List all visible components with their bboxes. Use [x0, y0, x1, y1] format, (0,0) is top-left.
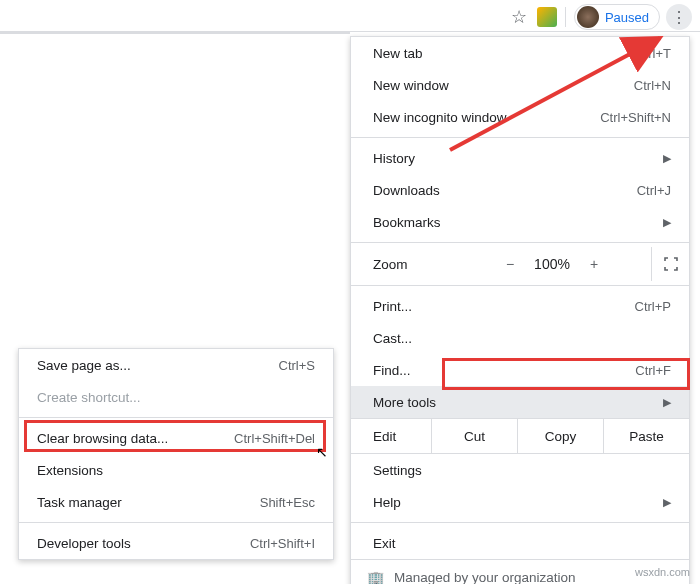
chevron-right-icon: ▶ [663, 496, 671, 509]
copy-button[interactable]: Copy [517, 419, 603, 453]
chevron-right-icon: ▶ [663, 396, 671, 409]
zoom-out-button[interactable]: − [506, 256, 514, 272]
menu-divider [351, 285, 689, 286]
menu-cast[interactable]: Cast... [351, 322, 689, 354]
submenu-developer-tools[interactable]: Developer tools Ctrl+Shift+I [19, 527, 333, 559]
submenu-clear-browsing-data[interactable]: Clear browsing data... Ctrl+Shift+Del [19, 422, 333, 454]
shortcut-text: Ctrl+N [634, 78, 671, 93]
zoom-value: 100% [534, 256, 570, 272]
toolbar-separator [565, 7, 566, 27]
menu-label: Task manager [37, 495, 122, 510]
menu-label: Extensions [37, 463, 103, 478]
menu-find[interactable]: Find... Ctrl+F [351, 354, 689, 386]
chevron-right-icon: ▶ [663, 152, 671, 165]
menu-label: Exit [373, 536, 396, 551]
extension-email-icon[interactable] [537, 7, 557, 27]
submenu-task-manager[interactable]: Task manager Shift+Esc [19, 486, 333, 518]
menu-label: Print... [373, 299, 412, 314]
menu-label: Save page as... [37, 358, 131, 373]
shortcut-text: Shift+Esc [260, 495, 315, 510]
shortcut-text: Ctrl+Shift+N [600, 110, 671, 125]
chevron-right-icon: ▶ [663, 216, 671, 229]
menu-label: Clear browsing data... [37, 431, 168, 446]
menu-downloads[interactable]: Downloads Ctrl+J [351, 174, 689, 206]
avatar [577, 6, 599, 28]
shortcut-text: Ctrl+S [279, 358, 315, 373]
building-icon: 🏢 [367, 570, 384, 585]
tab-strip-divider [0, 32, 350, 40]
menu-settings[interactable]: Settings [351, 454, 689, 486]
menu-label: History [373, 151, 415, 166]
fullscreen-button[interactable] [651, 247, 689, 281]
sync-status: Paused [605, 10, 649, 25]
menu-divider [351, 522, 689, 523]
bookmark-star-icon[interactable]: ☆ [507, 6, 531, 28]
edit-label: Edit [351, 429, 431, 444]
kebab-menu-icon[interactable]: ⋮ [666, 4, 692, 30]
menu-edit-row: Edit Cut Copy Paste [351, 418, 689, 454]
shortcut-text: Ctrl+J [637, 183, 671, 198]
menu-more-tools[interactable]: More tools ▶ [351, 386, 689, 418]
more-tools-submenu: Save page as... Ctrl+S Create shortcut..… [18, 348, 334, 560]
menu-new-tab[interactable]: New tab Ctrl+T [351, 37, 689, 69]
zoom-label: Zoom [373, 257, 453, 272]
profile-chip[interactable]: Paused [574, 4, 660, 30]
menu-help[interactable]: Help ▶ [351, 486, 689, 518]
zoom-in-button[interactable]: + [590, 256, 598, 272]
shortcut-text: Ctrl+Shift+Del [234, 431, 315, 446]
paste-button[interactable]: Paste [603, 419, 689, 453]
submenu-create-shortcut: Create shortcut... [19, 381, 333, 413]
menu-label: Developer tools [37, 536, 131, 551]
menu-divider [351, 137, 689, 138]
menu-bookmarks[interactable]: Bookmarks ▶ [351, 206, 689, 238]
chrome-main-menu: New tab Ctrl+T New window Ctrl+N New inc… [350, 36, 690, 584]
shortcut-text: Ctrl+T [635, 46, 671, 61]
browser-toolbar: ☆ Paused ⋮ [0, 0, 700, 32]
menu-print[interactable]: Print... Ctrl+P [351, 290, 689, 322]
menu-new-window[interactable]: New window Ctrl+N [351, 69, 689, 101]
menu-divider [19, 522, 333, 523]
menu-divider [19, 417, 333, 418]
menu-label: Bookmarks [373, 215, 441, 230]
shortcut-text: Ctrl+F [635, 363, 671, 378]
menu-exit[interactable]: Exit [351, 527, 689, 559]
menu-label: Downloads [373, 183, 440, 198]
cut-button[interactable]: Cut [431, 419, 517, 453]
watermark: wsxdn.com [635, 566, 690, 578]
shortcut-text: Ctrl+Shift+I [250, 536, 315, 551]
menu-label: More tools [373, 395, 436, 410]
menu-label: Settings [373, 463, 422, 478]
menu-history[interactable]: History ▶ [351, 142, 689, 174]
menu-label: New incognito window [373, 110, 507, 125]
menu-label: Find... [373, 363, 411, 378]
shortcut-text: Ctrl+P [635, 299, 671, 314]
managed-label: Managed by your organization [394, 570, 576, 584]
menu-label: Create shortcut... [37, 390, 141, 405]
menu-label: Help [373, 495, 401, 510]
menu-label: Cast... [373, 331, 412, 346]
menu-zoom-row: Zoom − 100% + [351, 247, 689, 281]
menu-divider [351, 242, 689, 243]
menu-label: New tab [373, 46, 423, 61]
submenu-save-page[interactable]: Save page as... Ctrl+S [19, 349, 333, 381]
menu-label: New window [373, 78, 449, 93]
submenu-extensions[interactable]: Extensions [19, 454, 333, 486]
fullscreen-icon [664, 257, 678, 271]
menu-new-incognito[interactable]: New incognito window Ctrl+Shift+N [351, 101, 689, 133]
